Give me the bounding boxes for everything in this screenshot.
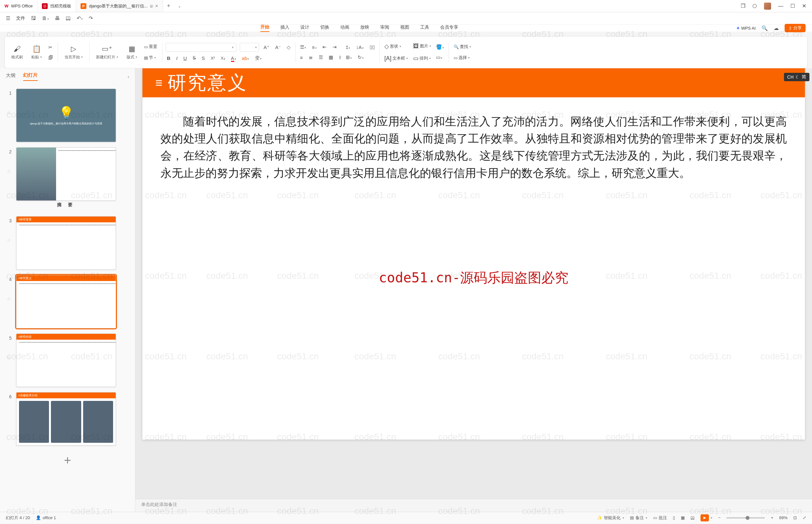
cut-icon[interactable]: ✂	[47, 44, 54, 51]
font-grow-icon[interactable]: A⁺	[262, 44, 271, 51]
align-left-icon[interactable]: ≡	[299, 54, 304, 61]
strike-icon[interactable]: S̶	[192, 54, 197, 62]
user-avatar[interactable]	[764, 3, 771, 10]
indent-right-icon[interactable]: ⇥	[331, 44, 338, 51]
slide-canvas[interactable]: ≡ 研究意义 随着时代的发展，信息技术得到广泛的应用给人们和生活注入了充沛的活力…	[143, 68, 805, 440]
view-reading-icon[interactable]: 🕮	[691, 515, 695, 520]
find-button[interactable]: 🔍 查找▾	[452, 43, 473, 51]
format-brush-group[interactable]: 🖌 格式刷	[8, 45, 26, 60]
align-right-icon[interactable]: ☰	[317, 54, 324, 61]
line-spacing-icon[interactable]: ‡▾	[345, 44, 351, 51]
ribbon-tab-transition[interactable]: 切换	[320, 24, 329, 32]
font-color-icon[interactable]: A▾	[230, 55, 237, 62]
review-toggle[interactable]: ▭批注	[653, 515, 667, 521]
bold-icon[interactable]: B	[166, 55, 172, 62]
from-current-group[interactable]: ▷ 当页开始▾	[61, 45, 86, 60]
ribbon-tab-design[interactable]: 设计	[300, 24, 309, 32]
notes-input[interactable]: 单击此处添加备注	[135, 499, 812, 512]
beautify-button[interactable]: ✨智能美化▾	[597, 515, 624, 521]
cast-icon[interactable]: ⎚	[150, 3, 153, 9]
distribute-icon[interactable]: ⫴	[338, 54, 343, 61]
close-window-button[interactable]: ✕	[802, 3, 806, 9]
cube-icon[interactable]: ⬡	[752, 3, 757, 9]
file-menu[interactable]: 文件	[16, 15, 25, 21]
notes-toggle[interactable]: ▤备注▾	[630, 515, 647, 521]
print-preview-icon[interactable]: 🕮	[66, 15, 71, 21]
share-button[interactable]: ⇪ 分享	[784, 24, 806, 32]
ribbon-tab-view[interactable]: 视图	[400, 24, 409, 32]
zoom-value[interactable]: 89%	[779, 515, 788, 520]
shadow-icon[interactable]: S	[200, 55, 206, 62]
add-slide-button[interactable]: +	[64, 454, 71, 467]
zoom-out-button[interactable]: −	[718, 515, 721, 520]
fill-icon[interactable]: 🪣▾	[435, 44, 445, 51]
slide-thumb[interactable]: 6 ≡ 关键技术介绍	[0, 390, 135, 448]
font-family-select[interactable]: ▾	[166, 43, 236, 52]
star-icon[interactable]: ☆	[6, 155, 12, 174]
ribbon-tab-animation[interactable]: 动画	[340, 24, 349, 32]
arrange-button[interactable]: ▭ 排列▾	[412, 54, 432, 63]
window-copy-icon[interactable]: ❐	[741, 3, 745, 9]
tab-document[interactable]: P django基于大数据的__银行信... ⎚ ×	[76, 0, 163, 12]
tab-menu-dropdown[interactable]: ⌄	[174, 4, 185, 9]
redo-icon[interactable]: ↷	[88, 15, 93, 21]
star-icon[interactable]: ☆	[6, 225, 12, 243]
fit-window-icon[interactable]: ⊡	[793, 515, 797, 520]
paste-group[interactable]: 📋 粘贴▾	[28, 45, 45, 60]
select-button[interactable]: ▭ 选择▾	[452, 54, 471, 62]
wps-ai-button[interactable]: ✦WPS AI	[736, 26, 756, 31]
numbering-icon[interactable]: ≡▾	[311, 44, 318, 51]
subscript-icon[interactable]: X₂	[219, 55, 227, 61]
slides-tab[interactable]: 幻灯片	[23, 72, 38, 81]
ribbon-tab-insert[interactable]: 插入	[280, 24, 289, 32]
slide-thumb[interactable]: 4☆ ≡ 研究意义▪▪▪▪▪▪▪▪▪▪▪▪▪▪▪▪▪▪▪▪▪▪▪▪▪▪▪▪▪▪▪…	[0, 272, 135, 331]
justify-icon[interactable]: ▦	[327, 54, 334, 61]
zoom-slider[interactable]	[726, 517, 765, 519]
save-icon[interactable]: 🖫	[31, 15, 36, 21]
author-info[interactable]: 👤office 1	[36, 515, 56, 520]
align-objects-icon[interactable]: ⊞▾	[345, 54, 353, 61]
superscript-icon[interactable]: X²	[210, 55, 216, 61]
ribbon-tab-member[interactable]: 会员专享	[440, 24, 458, 32]
minimize-button[interactable]: —	[778, 3, 783, 9]
font-change-button[interactable]: 变▾	[253, 54, 263, 62]
search-icon[interactable]: 🔍	[761, 25, 768, 31]
layout-group[interactable]: ▦ 版式▾	[123, 45, 140, 60]
slide-thumb[interactable]: 5☆ ≡ 研究内容▪▪▪▪▪▪▪▪▪▪▪▪▪▪▪▪▪▪▪▪▪▪▪▪▪▪▪▪▪▪▪…	[0, 331, 135, 390]
print-icon[interactable]: 🖶	[55, 15, 60, 21]
align-center-icon[interactable]: ≣	[308, 54, 314, 61]
collapse-panel-icon[interactable]: ‹	[128, 74, 129, 79]
columns-icon[interactable]: ▯▯	[368, 44, 376, 51]
slide-thumb[interactable]: 2☆ ▪▪▪▪▪▪▪▪▪▪▪▪▪▪▪▪▪▪▪▪▪▪▪▪▪▪▪▪▪▪▪▪▪▪▪▪▪…	[0, 145, 135, 214]
font-shrink-icon[interactable]: A⁻	[274, 44, 282, 51]
menu-icon[interactable]: ☰	[6, 15, 10, 21]
outline-tab[interactable]: 大纲	[6, 72, 15, 81]
save-as-icon[interactable]: 🗎▾	[42, 15, 49, 21]
reset-button[interactable]: ▭ 重置	[143, 43, 159, 51]
undo-icon[interactable]: ↶▾	[77, 15, 83, 21]
font-size-select[interactable]: ▾	[240, 43, 259, 52]
view-sorter-icon[interactable]: ▦	[681, 515, 685, 520]
copy-icon[interactable]: 🗐	[47, 54, 54, 61]
italic-icon[interactable]: I	[175, 55, 179, 62]
new-slide-group[interactable]: ▭⁺ 新建幻灯片▾	[93, 45, 121, 60]
star-icon[interactable]: ☆	[6, 97, 12, 115]
clear-format-icon[interactable]: ◇	[285, 44, 292, 51]
zoom-in-button[interactable]: +	[771, 515, 773, 520]
play-slideshow-button[interactable]: ▶▾	[700, 514, 712, 521]
bullets-icon[interactable]: ☰▾	[299, 44, 308, 51]
star-icon[interactable]: ☆	[6, 283, 12, 301]
section-button[interactable]: ▤ 节▾	[143, 54, 158, 62]
tab-app[interactable]: W WPS Office	[0, 0, 37, 12]
underline-icon[interactable]: U	[182, 55, 188, 62]
rotate-icon[interactable]: ↻▾	[357, 54, 365, 61]
view-normal-icon[interactable]: ▯	[673, 515, 675, 520]
textbox-button[interactable]: [A] 文本框▾	[383, 54, 410, 63]
cloud-icon[interactable]: ☁	[774, 25, 779, 31]
ribbon-tab-slideshow[interactable]: 放映	[360, 24, 369, 32]
ribbon-tab-review[interactable]: 审阅	[380, 24, 389, 32]
ribbon-tab-start[interactable]: 开始	[260, 24, 269, 32]
indent-left-icon[interactable]: ⇤	[321, 44, 328, 51]
slide-thumb[interactable]: 1☆ 💡django基于大数据的__银行信用卡用户的数仓系统的设计与实现	[0, 86, 135, 145]
tab-templates[interactable]: D 找稻壳模板	[37, 0, 76, 12]
